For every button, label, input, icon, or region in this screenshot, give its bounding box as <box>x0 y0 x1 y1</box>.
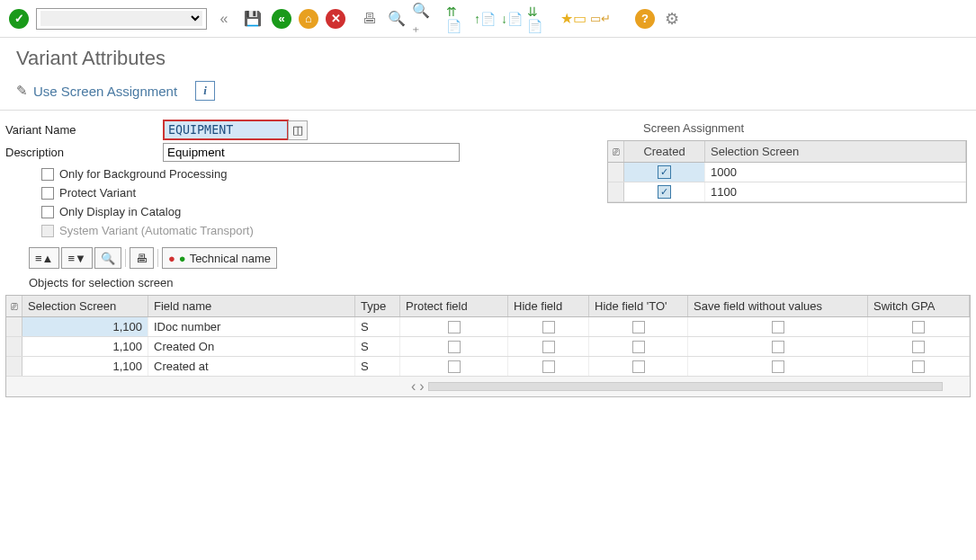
col-switch-gpa: Switch GPA <box>868 296 970 316</box>
objects-section-label: Objects for selection screen <box>0 272 976 293</box>
last-page-icon[interactable]: ⇊📄 <box>527 7 551 31</box>
row-selector[interactable] <box>6 357 22 376</box>
use-screen-assignment-link[interactable]: ✎ Use Screen Assignment <box>16 83 177 99</box>
hide-field-checkbox[interactable] <box>542 321 555 333</box>
hide-field-to-checkbox[interactable] <box>632 341 645 353</box>
sort-desc-button[interactable]: ≡▼ <box>61 247 92 269</box>
form-column: Variant Name ◫ Description Only for Back… <box>5 120 589 240</box>
table-row[interactable]: 1,100 Created On S <box>6 337 970 357</box>
save-without-values-checkbox[interactable] <box>772 360 784 373</box>
type-cell: S <box>355 317 400 336</box>
page-title: Variant Attributes <box>0 38 976 76</box>
sort-asc-button[interactable]: ≡▲ <box>29 247 59 269</box>
variant-name-help-icon[interactable]: ◫ <box>288 120 308 140</box>
row-selector-header-icon[interactable]: ⎚ <box>608 141 624 162</box>
separator <box>125 249 126 267</box>
find-next-icon[interactable]: 🔍₊ <box>412 7 435 31</box>
objects-grid: ⎚ Selection Screen Field name Type Prote… <box>5 295 971 397</box>
technical-name-button[interactable]: ●● Technical name <box>162 247 277 269</box>
col-created: Created <box>624 141 705 162</box>
screen-cell: 1100 <box>705 182 966 201</box>
info-button[interactable]: i <box>195 81 215 101</box>
pencil-icon: ✎ <box>16 83 28 99</box>
technical-name-label: Technical name <box>190 252 271 265</box>
description-input[interactable] <box>163 143 460 162</box>
variant-name-label: Variant Name <box>5 123 163 137</box>
protect-variant-checkbox[interactable] <box>41 187 54 200</box>
hide-field-checkbox[interactable] <box>542 341 555 353</box>
app-toolbar: ✓ « 💾 « ⌂ ✕ 🖶 🔍 🔍₊ ⇈📄 ↑📄 ↓📄 ⇊📄 ★▭ ▭↵ ? ⚙ <box>0 0 976 38</box>
favorite-icon[interactable]: ★▭ <box>561 7 585 31</box>
screen-assignment-title: Screen Assignment <box>607 120 967 140</box>
save-without-values-checkbox[interactable] <box>772 321 784 333</box>
settings-icon[interactable]: ⚙ <box>660 7 684 31</box>
scroll-left-icon[interactable]: ‹ <box>411 378 416 395</box>
print-button[interactable]: 🖶 <box>130 247 154 269</box>
screen-cell: 1,100 <box>22 317 148 336</box>
col-hide-field-to: Hide field 'TO' <box>589 296 688 316</box>
command-select[interactable] <box>40 11 202 26</box>
back-icon[interactable]: « <box>212 7 236 31</box>
screen-cell: 1,100 <box>22 337 148 356</box>
table-row[interactable]: ✓ 1100 <box>608 182 966 202</box>
row-selector[interactable] <box>6 317 22 336</box>
help-icon[interactable]: ? <box>633 7 657 31</box>
find-button[interactable]: 🔍 <box>94 247 121 269</box>
layout-icon[interactable]: ▭↵ <box>588 7 612 31</box>
first-page-icon[interactable]: ⇈📄 <box>446 7 470 31</box>
field-cell: Created at <box>148 357 355 376</box>
exit-button[interactable]: ⌂ <box>297 7 320 31</box>
save-without-values-checkbox[interactable] <box>772 341 784 353</box>
cancel-button[interactable]: ✕ <box>324 7 347 31</box>
table-row[interactable]: ✓ 1000 <box>608 163 966 182</box>
description-label: Description <box>5 146 163 159</box>
table-row[interactable]: 1,100 IDoc number S <box>6 317 970 337</box>
command-combo[interactable] <box>36 8 207 30</box>
col-selection-screen: Selection Screen <box>705 141 966 162</box>
row-selector[interactable] <box>6 337 22 356</box>
back-button[interactable]: « <box>270 7 293 31</box>
row-selector-header-icon[interactable]: ⎚ <box>6 296 22 316</box>
protect-field-checkbox[interactable] <box>448 341 461 353</box>
bg-processing-checkbox[interactable] <box>41 168 54 181</box>
ok-button[interactable]: ✓ <box>7 7 31 31</box>
sub-toolbar: ✎ Use Screen Assignment i <box>0 76 976 111</box>
system-variant-checkbox <box>41 225 54 237</box>
col-protect-field: Protect field <box>400 296 508 316</box>
row-selector[interactable] <box>608 182 624 201</box>
screen-assignment-panel: Screen Assignment ⎚ Created Selection Sc… <box>607 120 967 203</box>
system-variant-label: System Variant (Automatic Transport) <box>59 224 254 237</box>
hide-field-to-checkbox[interactable] <box>632 321 645 333</box>
switch-gpa-checkbox[interactable] <box>912 321 925 333</box>
hide-field-checkbox[interactable] <box>542 360 555 373</box>
col-field-name: Field name <box>148 296 355 316</box>
switch-gpa-checkbox[interactable] <box>912 341 925 353</box>
table-row[interactable]: 1,100 Created at S <box>6 357 970 377</box>
created-checkbox[interactable]: ✓ <box>658 185 671 199</box>
field-cell: IDoc number <box>148 317 355 336</box>
hide-field-to-checkbox[interactable] <box>632 360 645 373</box>
variant-name-input[interactable] <box>163 120 289 140</box>
display-catalog-checkbox[interactable] <box>41 206 54 218</box>
save-icon[interactable]: 💾 <box>241 7 264 31</box>
protect-field-checkbox[interactable] <box>448 321 461 333</box>
type-cell: S <box>355 337 400 356</box>
col-type: Type <box>355 296 400 316</box>
created-checkbox[interactable]: ✓ <box>658 165 671 179</box>
separator <box>157 249 158 267</box>
protect-field-checkbox[interactable] <box>448 360 461 373</box>
horizontal-scrollbar[interactable]: ‹ › <box>6 377 970 396</box>
row-selector[interactable] <box>608 163 624 182</box>
col-hide-field: Hide field <box>508 296 589 316</box>
col-selection-screen: Selection Screen <box>22 296 148 316</box>
switch-gpa-checkbox[interactable] <box>912 360 925 373</box>
scroll-right-icon[interactable]: › <box>419 378 424 395</box>
prev-page-icon[interactable]: ↑📄 <box>473 7 497 31</box>
scroll-track[interactable] <box>428 382 943 391</box>
find-icon[interactable]: 🔍 <box>385 7 408 31</box>
screen-assignment-grid: ⎚ Created Selection Screen ✓ 1000 ✓ 1100 <box>607 140 967 203</box>
use-screen-assignment-label: Use Screen Assignment <box>33 84 177 99</box>
screen-cell: 1000 <box>705 163 966 182</box>
print-icon[interactable]: 🖶 <box>358 7 381 31</box>
next-page-icon[interactable]: ↓📄 <box>500 7 524 31</box>
